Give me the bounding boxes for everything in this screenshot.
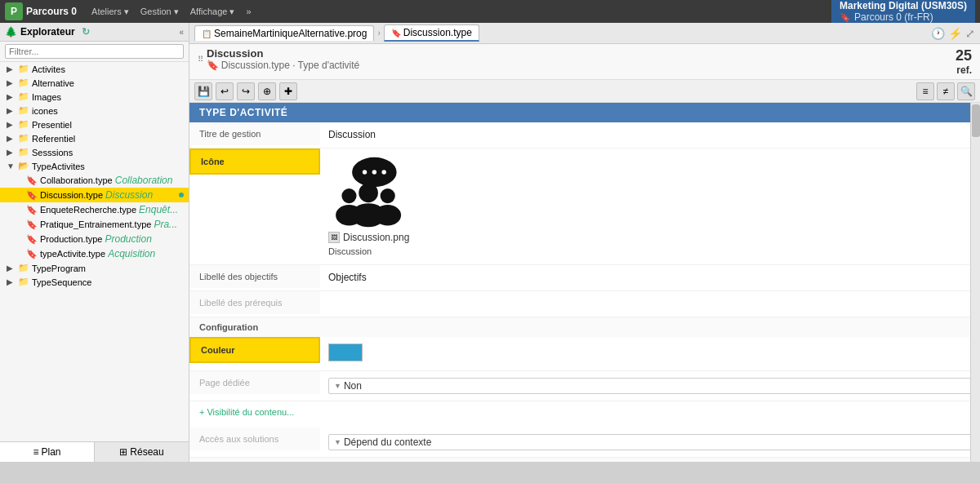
form-row-prerequis: Libellé des prérequis — [189, 291, 980, 317]
select-arrow: ▼ — [334, 382, 341, 390]
tree-item-label: icones — [32, 106, 58, 116]
label-icone: Icône — [189, 148, 320, 175]
select-page-dediee[interactable]: ▼ Non — [328, 378, 972, 394]
sidebar-item-production-type[interactable]: 🔖 Production.type Production — [0, 232, 189, 246]
sidebar-collapse-icon[interactable]: « — [179, 28, 184, 37]
value-icone: 🖼 Discussion.png Discussion — [320, 148, 980, 264]
svg-point-3 — [381, 170, 385, 174]
form-row-visibilite: + Visibilité du contenu... — [189, 401, 980, 428]
undo-button[interactable]: ↩ — [216, 82, 234, 100]
expand-icon: ▶ — [7, 64, 18, 73]
color-swatch[interactable] — [328, 343, 363, 361]
tree-item-label: Pratique_Entrainement.type Pra... — [40, 219, 177, 230]
path-icon: 🔖 — [207, 60, 219, 71]
sidebar-item-enqueterecherche-type[interactable]: 🔖 EnqueteRecherche.type Enquêt... — [0, 202, 189, 217]
sidebar: 🌲 Explorateur ↻ « ▶ 📁 Activites ▶ 📁 Alte… — [0, 23, 189, 462]
menu-gestion[interactable]: Gestion ▾ — [136, 5, 184, 19]
svg-point-10 — [351, 203, 385, 227]
sidebar-item-typeactivites[interactable]: ▼ 📂 TypeActivites — [0, 159, 189, 173]
section-title: Type d'activité — [199, 107, 287, 118]
filter-input[interactable] — [5, 44, 184, 59]
history-icon[interactable]: 🕐 — [931, 27, 945, 40]
tree-item-label: Production.type Production — [40, 233, 152, 245]
sidebar-item-collaboration-type[interactable]: 🔖 Collaboration.type Collaboration — [0, 173, 189, 188]
target-button[interactable]: ⊕ — [258, 82, 276, 100]
select-value: Non — [344, 380, 362, 392]
sidebar-item-icones[interactable]: ▶ 📁 icones — [0, 104, 189, 117]
sidebar-item-referentiel[interactable]: ▶ 📁 Referentiel — [0, 131, 189, 145]
section-header: Type d'activité — [189, 103, 980, 122]
menu-ateliers[interactable]: Ateliers ▾ — [87, 5, 134, 19]
diff-icon[interactable]: ≠ — [937, 82, 955, 100]
sidebar-item-sesssions[interactable]: ▶ 📁 Sesssions — [0, 145, 189, 159]
tab-plan[interactable]: ≡ Plan — [0, 442, 95, 462]
tree-item-label: typeActivite.type Acquisition — [40, 248, 155, 259]
breadcrumb-tab-type[interactable]: 🔖 Discussion.type — [384, 24, 479, 42]
subsection-configuration: Configuration — [189, 317, 980, 337]
sidebar-filter — [0, 42, 189, 62]
label-objectifs: Libellé des objectifs — [189, 265, 320, 288]
ref-label: ref. — [956, 64, 972, 76]
tab-reseau[interactable]: ⊞ Réseau — [95, 442, 189, 462]
prog-tab-icon: 📋 — [202, 29, 212, 38]
scrollbar-thumb[interactable] — [972, 104, 980, 137]
expand-content-icon[interactable]: ⤢ — [965, 27, 975, 40]
breadcrumb-bar: 📋 SemaineMartiniqueAlternative.prog › 🔖 … — [189, 23, 980, 44]
form-row-page-dediee: Page dédiée ▼ Non — [189, 371, 980, 401]
sidebar-refresh-icon[interactable]: ↻ — [82, 26, 90, 38]
record-header: ⠿ Discussion 🔖 Discussion.type · Type d'… — [189, 44, 980, 80]
expand-icon: ▶ — [7, 106, 18, 115]
expand-icon: ▶ — [7, 148, 18, 157]
icon-alt-text: Discussion — [328, 246, 372, 256]
filter-icon[interactable]: ≡ — [916, 82, 934, 100]
svg-point-2 — [372, 170, 376, 174]
expand-icon: ▶ — [7, 264, 18, 273]
reseau-icon: ⊞ — [119, 446, 127, 458]
folder-icon: 📁 — [18, 91, 29, 102]
type-icon: 🔖 — [26, 234, 38, 245]
toolbar: 💾 ↩ ↪ ⊕ ✚ ≡ ≠ 🔍 — [189, 80, 980, 103]
vertical-scrollbar[interactable] — [970, 103, 980, 462]
sidebar-tree: ▶ 📁 Activites ▶ 📁 Alternative ▶ 📁 Images… — [0, 62, 189, 441]
select-acces-solutions[interactable]: ▼ Dépend du contexte — [328, 434, 972, 450]
form-row-couleur: Couleur — [189, 337, 980, 371]
record-ref: 25 ref. — [956, 47, 972, 76]
sidebar-item-typesequence[interactable]: ▶ 📁 TypeSequence — [0, 275, 189, 289]
subsection-instrumentation: Instrumentation des rendus — [189, 458, 980, 462]
sidebar-item-activites[interactable]: ▶ 📁 Activites — [0, 62, 189, 76]
save-button[interactable]: 💾 — [194, 82, 212, 100]
label-prerequis: Libellé des prérequis — [189, 291, 320, 314]
link-visibilite[interactable]: + Visibilité du contenu... — [199, 407, 294, 417]
redo-button[interactable]: ↪ — [237, 82, 255, 100]
sidebar-item-typeactivite-type[interactable]: 🔖 typeActivite.type Acquisition — [0, 246, 189, 261]
select-arrow: ▼ — [334, 438, 341, 446]
window-title: Marketing Digital (USM30S) — [840, 0, 967, 11]
lightning-icon[interactable]: ⚡ — [948, 27, 962, 40]
value-acces-solutions: ▼ Dépend du contexte — [320, 428, 980, 457]
expand-icon: ▶ — [7, 277, 18, 286]
menu-affichage[interactable]: Affichage ▾ — [185, 5, 240, 19]
sidebar-item-alternative[interactable]: ▶ 📁 Alternative — [0, 76, 189, 90]
folder-icon: 📁 — [18, 133, 29, 144]
value-titre-gestion: Discussion — [320, 122, 980, 147]
value-objectifs: Objectifs — [320, 265, 980, 290]
sidebar-tree-icon: 🌲 — [5, 26, 17, 38]
add-button[interactable]: ✚ — [279, 82, 297, 100]
folder-icon: 📁 — [18, 78, 29, 88]
image-file-icon: 🖼 — [328, 232, 340, 243]
folder-icon: 📁 — [18, 277, 29, 287]
expand-icon: ▶ — [7, 78, 18, 87]
record-title: Discussion — [207, 47, 359, 60]
sidebar-item-typeprogram[interactable]: ▶ 📁 TypeProgram — [0, 261, 189, 275]
breadcrumb-tab-prog[interactable]: 📋 SemaineMartiniqueAlternative.prog — [194, 25, 374, 41]
sidebar-item-images[interactable]: ▶ 📁 Images — [0, 90, 189, 104]
sidebar-item-presentiel[interactable]: ▶ 📁 Presentiel — [0, 117, 189, 131]
svg-point-5 — [341, 188, 356, 203]
search-icon[interactable]: 🔍 — [957, 82, 975, 100]
type-icon: 🔖 — [26, 175, 38, 186]
sidebar-item-pratique-type[interactable]: 🔖 Pratique_Entrainement.type Pra... — [0, 217, 189, 232]
tab-reseau-label: Réseau — [130, 446, 163, 458]
expand-icon: ▶ — [7, 120, 18, 129]
menu-more[interactable]: » — [242, 5, 256, 19]
sidebar-item-discussion-type[interactable]: 🔖 Discussion.type Discussion — [0, 188, 189, 202]
